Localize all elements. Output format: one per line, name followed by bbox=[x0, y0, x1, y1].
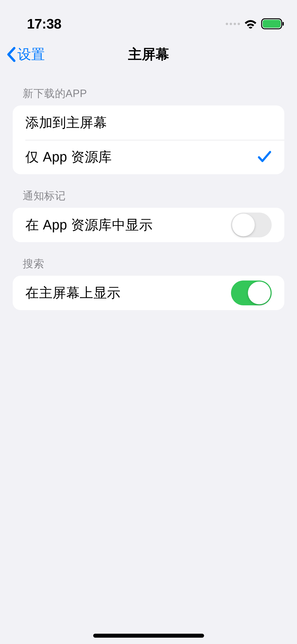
svg-rect-1 bbox=[263, 20, 281, 28]
back-label: 设置 bbox=[17, 45, 45, 64]
row-label: 在 App 资源库中显示 bbox=[25, 216, 153, 234]
row-add-to-home[interactable]: 添加到主屏幕 bbox=[13, 105, 284, 140]
row-show-in-library: 在 App 资源库中显示 bbox=[13, 208, 284, 242]
back-button[interactable]: 设置 bbox=[6, 45, 45, 64]
group-badges: 在 App 资源库中显示 bbox=[13, 208, 284, 242]
checkmark-icon bbox=[257, 150, 272, 164]
row-label: 在主屏幕上显示 bbox=[25, 284, 121, 302]
row-show-on-home: 在主屏幕上显示 bbox=[13, 276, 284, 310]
wifi-icon bbox=[244, 19, 257, 29]
chevron-left-icon bbox=[6, 47, 16, 62]
status-bar: 17:38 bbox=[0, 0, 297, 37]
signal-dots-icon bbox=[226, 23, 240, 25]
content: 新下载的APP 添加到主屏幕 仅 App 资源库 通知标记 在 App 资源库中… bbox=[0, 72, 297, 310]
row-app-library-only[interactable]: 仅 App 资源库 bbox=[13, 140, 284, 174]
toggle-knob bbox=[232, 214, 255, 236]
status-icons bbox=[226, 18, 284, 29]
section-header-new-apps: 新下载的APP bbox=[13, 72, 284, 105]
toggle-show-on-home[interactable] bbox=[231, 280, 272, 305]
group-new-apps: 添加到主屏幕 仅 App 资源库 bbox=[13, 105, 284, 174]
battery-icon bbox=[261, 18, 284, 29]
home-indicator[interactable] bbox=[93, 634, 204, 638]
status-time: 17:38 bbox=[27, 16, 62, 32]
row-label: 仅 App 资源库 bbox=[25, 148, 112, 166]
toggle-knob bbox=[248, 282, 271, 304]
group-search: 在主屏幕上显示 bbox=[13, 276, 284, 310]
row-label: 添加到主屏幕 bbox=[25, 114, 107, 132]
section-header-badges: 通知标记 bbox=[13, 174, 284, 208]
toggle-show-in-library[interactable] bbox=[231, 213, 272, 237]
svg-rect-2 bbox=[282, 22, 284, 26]
nav-bar: 设置 主屏幕 bbox=[0, 37, 297, 72]
page-title: 主屏幕 bbox=[128, 45, 169, 64]
section-header-search: 搜索 bbox=[13, 242, 284, 276]
